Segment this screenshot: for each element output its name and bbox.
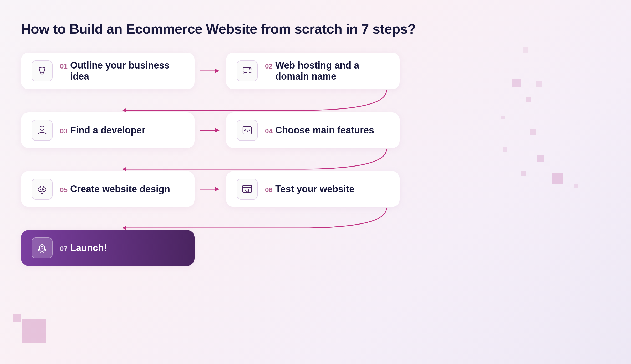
step-label-06: 06 Test your website <box>265 184 354 195</box>
step-card-07: 07 Launch! <box>21 230 195 266</box>
svg-line-37 <box>43 252 44 253</box>
step-icon-01 <box>32 60 53 81</box>
step-text-05: Create website design <box>70 184 170 195</box>
step-num-05: 05 <box>60 186 68 194</box>
step-card-06: 06 Test your website <box>226 171 400 207</box>
arrow-05-06 <box>200 184 221 194</box>
step-label-05: 05 Create website design <box>60 184 170 195</box>
step-icon-03 <box>32 120 53 141</box>
step-text-06: Test your website <box>275 184 354 195</box>
step-num-03: 03 <box>60 127 68 135</box>
connector-2 <box>21 148 610 171</box>
step-card-02: 02 Web hosting and a domain name <box>226 53 400 89</box>
svg-line-36 <box>40 252 41 253</box>
step-text-03: Find a developer <box>70 125 145 136</box>
main-container: How to Build an Ecommerce Website from s… <box>21 21 610 266</box>
step-card-04: 04 Choose main features <box>226 112 400 148</box>
svg-line-21 <box>247 129 247 132</box>
row-4: 07 Launch! <box>21 230 610 266</box>
step-num-06: 06 <box>265 186 273 194</box>
step-text-02: Web hosting and a domain name <box>275 60 389 82</box>
step-text-04: Choose main features <box>275 125 374 136</box>
connector-1 <box>21 89 610 112</box>
step-text-01: Outline your business idea <box>70 60 184 82</box>
step-icon-06 <box>237 179 258 200</box>
svg-marker-22 <box>122 167 126 171</box>
step-label-04: 04 Choose main features <box>265 125 374 136</box>
step-num-01: 01 <box>60 62 68 70</box>
svg-point-0 <box>39 67 45 72</box>
svg-line-4 <box>39 67 40 68</box>
step-icon-05 <box>32 179 53 200</box>
svg-marker-9 <box>215 69 220 73</box>
step-icon-04 <box>237 120 258 141</box>
row-3: 05 Create website design <box>21 171 610 207</box>
step-card-05: 05 Create website design <box>21 171 195 207</box>
step-num-02: 02 <box>265 62 273 70</box>
row-1: 01 Outline your business idea <box>21 53 610 89</box>
row-2: 03 Find a developer 0 <box>21 112 610 148</box>
svg-marker-29 <box>215 187 220 191</box>
step-label-02: 02 Web hosting and a domain name <box>265 60 389 82</box>
step-num-04: 04 <box>265 127 273 135</box>
step-icon-02 <box>237 60 258 81</box>
svg-point-13 <box>249 72 250 73</box>
step-text-07: Launch! <box>70 242 107 253</box>
connector-3 <box>21 207 610 230</box>
arrow-01-02 <box>200 66 221 76</box>
step-label-01: 01 Outline your business idea <box>60 60 184 82</box>
svg-point-12 <box>249 68 250 69</box>
step-card-03: 03 Find a developer <box>21 112 195 148</box>
svg-point-17 <box>40 126 44 130</box>
step-label-03: 03 Find a developer <box>60 125 145 136</box>
arrow-03-04 <box>200 125 221 136</box>
svg-marker-16 <box>122 108 126 112</box>
svg-point-35 <box>41 246 43 248</box>
svg-marker-34 <box>122 226 126 230</box>
page-title: How to Build an Ecommerce Website from s… <box>21 21 610 37</box>
svg-line-5 <box>44 67 45 68</box>
step-num-07: 07 <box>60 245 68 253</box>
step-icon-07 <box>32 237 53 258</box>
svg-marker-19 <box>215 128 220 132</box>
step-label-07: 07 Launch! <box>60 242 107 253</box>
step-card-01: 01 Outline your business idea <box>21 53 195 89</box>
